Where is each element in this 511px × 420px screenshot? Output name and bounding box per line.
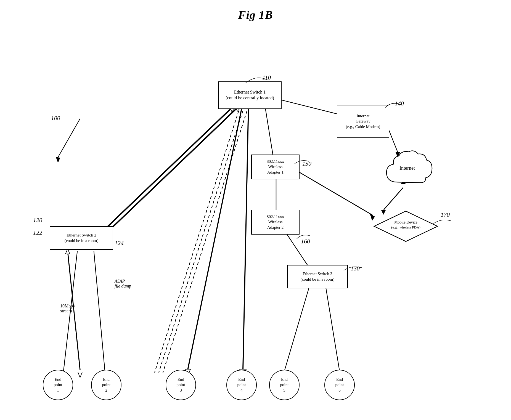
svg-line-10	[163, 106, 248, 373]
ref-120: 120	[33, 217, 42, 224]
svg-marker-40	[78, 372, 82, 378]
ref-110-bracket	[240, 72, 273, 86]
svg-line-16	[279, 99, 340, 115]
svg-line-11	[188, 106, 242, 370]
ref-160-bracket	[295, 232, 312, 240]
svg-line-2	[102, 108, 232, 232]
svg-line-35	[293, 168, 373, 215]
svg-line-27	[326, 287, 340, 371]
svg-line-32	[384, 188, 403, 210]
page-title: Fig 1B	[0, 8, 511, 22]
internet-gateway-box: Internet Gateway (e.g., Cable Modem)	[337, 105, 389, 138]
svg-line-14	[243, 106, 248, 370]
asap-label: ASAP file dump	[115, 279, 131, 289]
svg-line-26	[284, 287, 309, 371]
svg-line-29	[94, 251, 105, 371]
ref-130-bracket	[342, 264, 364, 272]
svg-line-8	[155, 106, 240, 373]
svg-text:Internet: Internet	[399, 165, 415, 171]
svg-line-9	[159, 106, 244, 373]
ethernet-switch1-box: Ethernet Switch 1 (could be centrally lo…	[218, 81, 282, 109]
ref-122: 122	[33, 229, 42, 236]
svg-text:(e.g., wireless PDA): (e.g., wireless PDA)	[391, 225, 420, 229]
stream-label: 10Mbps stream	[60, 304, 75, 313]
endpoint4: End point 4	[226, 370, 257, 400]
wireless-adapter1-box: 802.11xxx Wireless Adapter 1	[251, 155, 300, 179]
endpoint1: End point 1	[43, 370, 73, 400]
ref-140-bracket	[384, 99, 406, 110]
svg-line-18	[265, 106, 273, 157]
ethernet-switch2-box: Ethernet Switch 2 (could be in a room)	[50, 226, 113, 250]
ref-124: 124	[115, 240, 124, 247]
wireless-adapter2-box: 802.11xxx Wireless Adapter 2	[251, 210, 300, 235]
ref-150-bracket	[293, 157, 312, 166]
endpoint2: End point 2	[91, 370, 121, 400]
svg-text:Mobile Device: Mobile Device	[394, 220, 417, 224]
endpoint3: End point 3	[166, 370, 196, 400]
svg-line-5	[108, 108, 237, 232]
ethernet-switch3-box: Ethernet Switch 3 (could be in a room)	[287, 265, 348, 288]
mobile-device-diamond: Mobile Device (e.g., wireless PDA)	[373, 210, 439, 243]
ref-100: 100	[51, 115, 60, 122]
endpoint6: End point 6	[324, 370, 355, 400]
svg-marker-41	[56, 157, 60, 163]
internet-cloud: Internet	[381, 149, 433, 190]
ref-170-bracket	[432, 217, 453, 225]
endpoint5: End point 5	[269, 370, 300, 400]
